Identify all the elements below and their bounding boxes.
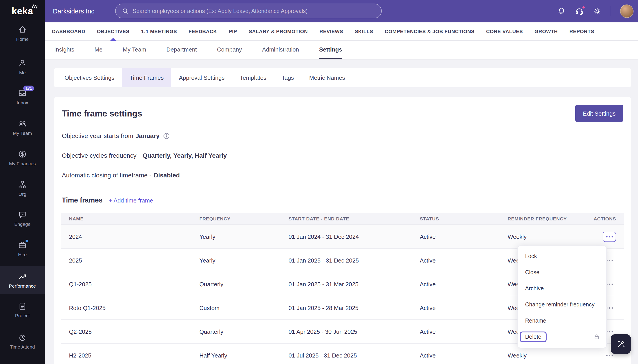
clock-icon — [18, 333, 27, 342]
sidebar-item-time-attend[interactable]: Time Attend — [0, 333, 45, 350]
add-timeframe-link[interactable]: + Add time frame — [109, 197, 153, 204]
tab-label: 1:1 MEETINGS — [141, 29, 177, 34]
logo-slashes-icon — [31, 4, 38, 8]
settings-gear-icon[interactable] — [593, 7, 602, 16]
sidebar-label: My Finances — [9, 161, 36, 166]
sectab-approval-settings[interactable]: Approval Settings — [171, 68, 232, 87]
cell-status: Active — [412, 233, 500, 240]
menu-item-delete[interactable]: Delete — [518, 329, 606, 345]
row-actions-button[interactable] — [602, 232, 616, 242]
col-dates: START DATE - END DATE — [280, 216, 412, 221]
sidebar-item-project[interactable]: Project — [0, 302, 45, 318]
cell-dates: 01 Jan 2024 - 31 Dec 2024 — [280, 233, 412, 240]
ai-writer-fab[interactable] — [611, 334, 631, 354]
subtab-insights[interactable]: Insights — [54, 41, 74, 59]
sidebar-item-inbox[interactable]: 171 Inbox — [0, 89, 45, 105]
edit-settings-button[interactable]: Edit Settings — [575, 105, 623, 122]
subtab-settings[interactable]: Settings — [319, 41, 342, 59]
tab-pip[interactable]: PIP — [229, 22, 237, 40]
hire-dot — [26, 240, 28, 242]
objective-year-line: Objective year starts from January — [62, 132, 170, 139]
org-chart-icon — [18, 180, 27, 189]
sectab-time-frames[interactable]: Time Frames — [122, 68, 171, 87]
tab-label: OBJECTIVES — [97, 29, 129, 34]
sidebar-label: Home — [16, 36, 29, 42]
tab-skills[interactable]: SKILLS — [355, 22, 373, 40]
tab-objectives[interactable]: OBJECTIVES — [97, 22, 129, 40]
sidebar-item-my-finances[interactable]: My Finances — [0, 150, 45, 166]
objective-year-label: Objective year starts from — [62, 132, 133, 139]
tab-1-1-meetings[interactable]: 1:1 MEETINGS — [141, 22, 177, 40]
cell-dates: 01 Jan 2025 - 31 Dec 2025 — [280, 257, 412, 264]
sectab-templates[interactable]: Templates — [232, 68, 274, 87]
tab-reviews[interactable]: REVIEWS — [320, 22, 343, 40]
tab-label: REVIEWS — [320, 29, 343, 34]
tab-label: REPORTS — [570, 29, 594, 34]
sidebar-item-hire[interactable]: Hire — [0, 240, 45, 257]
page-title: Time frame settings — [62, 109, 142, 119]
menu-item-close[interactable]: Close — [518, 264, 606, 280]
cell-status: Active — [412, 328, 500, 335]
cell-name: 2024 — [61, 233, 191, 240]
tab-salary-promotion[interactable]: SALARY & PROMOTION — [249, 22, 308, 40]
menu-item-archive[interactable]: Archive — [518, 280, 606, 296]
info-icon[interactable] — [163, 132, 170, 139]
delete-label: Delete — [520, 332, 546, 342]
home-icon — [18, 25, 27, 34]
auto-closing-line: Automatic closing of timeframe - Disable… — [62, 172, 180, 179]
cell-dates: 01 Jan 2025 - 28 Mar 2025 — [280, 304, 412, 311]
tab-dashboard[interactable]: DASHBOARD — [52, 22, 85, 40]
cell-frequency: Quarterly — [191, 281, 280, 288]
timeframes-header: Time frames + Add time frame — [62, 196, 153, 204]
trending-up-icon — [18, 272, 27, 281]
user-avatar[interactable] — [620, 4, 634, 18]
keka-logo[interactable]: keka — [0, 0, 45, 22]
sectab-metric-names[interactable]: Metric Names — [302, 68, 352, 87]
sectab-tags[interactable]: Tags — [274, 68, 302, 87]
subtab-me[interactable]: Me — [94, 41, 102, 59]
objective-year-value: January — [136, 132, 160, 139]
search-input[interactable] — [132, 8, 375, 14]
col-frequency: FREQUENCY — [191, 216, 280, 221]
company-name: Darksiders Inc — [53, 8, 94, 15]
menu-item-rename[interactable]: Rename — [518, 313, 606, 329]
sidebar: keka Home Me 171 Inbox My Team My Financ… — [0, 0, 45, 364]
cell-status: Active — [412, 257, 500, 264]
subtab-administration[interactable]: Administration — [262, 41, 299, 59]
sidebar-item-performance[interactable]: Performance — [0, 266, 45, 294]
tab-label: FEEDBACK — [188, 29, 217, 34]
menu-item-change-reminder-frequency[interactable]: Change reminder frequency — [518, 296, 606, 313]
cycles-frequency-line: Objective cycles frequency - Quarterly, … — [62, 152, 227, 159]
tab-feedback[interactable]: FEEDBACK — [188, 22, 217, 40]
sidebar-item-me[interactable]: Me — [0, 59, 45, 75]
cell-status: Active — [412, 281, 500, 288]
closing-value: Disabled — [154, 172, 180, 179]
table-row: 2024 Yearly 01 Jan 2024 - 31 Dec 2024 Ac… — [61, 225, 624, 249]
search-icon — [122, 8, 128, 14]
tab-competencies[interactable]: COMPETENCIES & JOB FUNCTIONS — [385, 22, 474, 40]
cell-name: Q1-2025 — [61, 281, 191, 288]
tab-core-values[interactable]: CORE VALUES — [486, 22, 523, 40]
sidebar-item-home[interactable]: Home — [0, 25, 45, 42]
cell-frequency: Custom — [191, 304, 280, 311]
tab-reports[interactable]: REPORTS — [570, 22, 594, 40]
sidebar-item-engage[interactable]: Engage — [0, 210, 45, 227]
support-headset-icon[interactable] — [575, 7, 584, 16]
cell-frequency: Half Yearly — [191, 352, 280, 358]
table-header: NAME FREQUENCY START DATE - END DATE STA… — [61, 213, 624, 225]
row-actions-menu: Lock Close Archive Change reminder frequ… — [518, 246, 607, 348]
sidebar-item-my-team[interactable]: My Team — [0, 119, 45, 136]
tab-growth[interactable]: GROWTH — [534, 22, 558, 40]
subtab-my-team[interactable]: My Team — [123, 41, 146, 59]
subtab-department[interactable]: Department — [166, 41, 197, 59]
keka-app: Darksiders Inc keka Ho — [0, 0, 638, 364]
sectab-objectives-settings[interactable]: Objectives Settings — [57, 68, 122, 87]
menu-item-lock[interactable]: Lock — [518, 248, 606, 264]
tab-label: DASHBOARD — [52, 29, 85, 34]
cell-name: Q2-2025 — [61, 328, 191, 335]
sidebar-label: My Team — [13, 130, 32, 136]
notifications-bell-icon[interactable] — [557, 7, 566, 16]
subtab-company[interactable]: Company — [217, 41, 242, 59]
sidebar-label: Time Attend — [10, 344, 35, 350]
sidebar-item-org[interactable]: Org — [0, 180, 45, 197]
